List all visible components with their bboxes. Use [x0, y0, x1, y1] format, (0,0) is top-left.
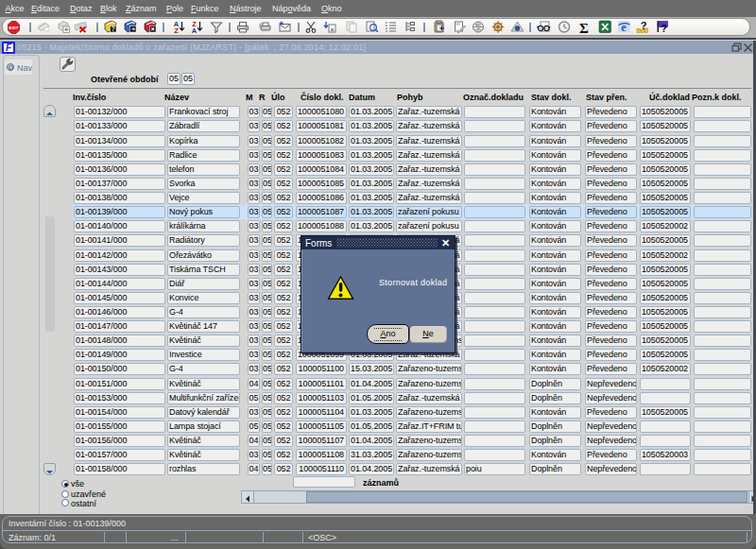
- svg-text:Σ: Σ: [579, 21, 589, 36]
- svg-text:?: ?: [641, 20, 647, 31]
- svg-text:?: ?: [112, 26, 115, 32]
- svg-text:EXIT: EXIT: [9, 26, 19, 30]
- svg-text:Z: Z: [174, 26, 179, 34]
- svg-text:e: e: [621, 21, 627, 34]
- svg-text:A: A: [192, 26, 198, 34]
- svg-text:?: ?: [661, 23, 667, 34]
